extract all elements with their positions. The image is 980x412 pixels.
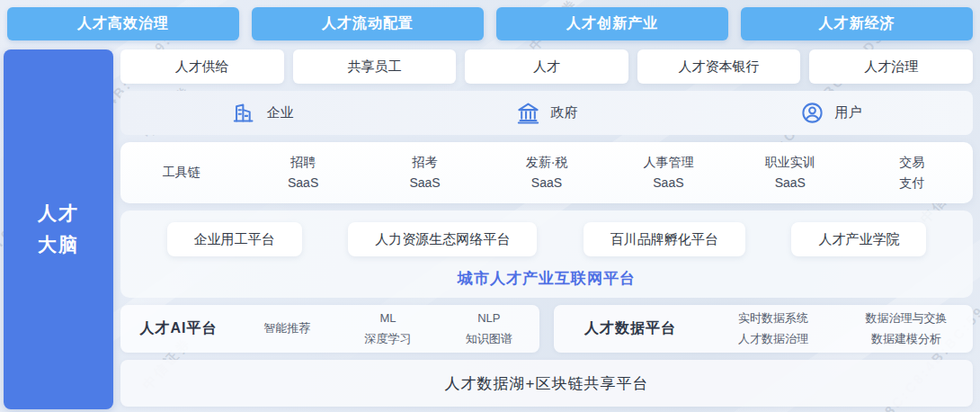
supply-row: 人才供给 共享员工 人才 人才资本银行 人才治理 — [120, 49, 973, 84]
platform-box-enterprise-employment: 企业用工平台 — [167, 222, 302, 256]
data-item-realtime: 实时数据系统 人才数据治理 — [707, 309, 840, 348]
toolchain-vocational-training-saas: 职业实训 SaaS — [729, 152, 851, 193]
supply-box-shared-staff: 共享员工 — [293, 49, 457, 84]
toolchain-item-line1: 招聘 — [242, 152, 363, 173]
city-platform-caption: 城市人才产业互联网平台 — [120, 268, 973, 289]
toolchain-item-line1: 人事管理 — [608, 152, 729, 173]
toolchain-item-line1: 发薪·税 — [486, 152, 607, 173]
user-icon — [800, 101, 824, 125]
tab-new-economy: 人才新经济 — [741, 7, 973, 40]
ai-platform-title: 人才AI平台 — [120, 319, 236, 338]
top-tab-row: 人才高效治理 人才流动配置 人才创新产业 人才新经济 — [7, 7, 973, 40]
toolchain-card: 工具链 招聘 SaaS 招考 SaaS 发薪·税 SaaS 人事管理 SaaS — [120, 142, 973, 203]
toolchain-item-line2: SaaS — [729, 173, 851, 193]
supply-box-talent: 人才 — [465, 49, 628, 84]
actor-label: 政府 — [551, 104, 578, 121]
data-platform-card: 人才数据平台 实时数据系统 人才数据治理 数据治理与交换 数据建模分析 — [554, 305, 973, 353]
sidebar-title-line1: 人才 — [38, 198, 79, 229]
data-item-governance-exchange: 数据治理与交换 数据建模分析 — [840, 309, 973, 348]
ai-item-ml: ML 深度学习 — [337, 309, 438, 348]
toolchain-item-line1: 交易 — [851, 152, 973, 173]
toolchain-exam-saas: 招考 SaaS — [364, 152, 486, 193]
ai-data-row: 人才AI平台 智能推荐 ML 深度学习 NLP 知识图谱 人才数据平台 实时数据… — [120, 305, 973, 353]
data-lake-blockchain-bar: 人才数据湖+区块链共享平台 — [120, 360, 973, 407]
ai-item-line2: 深度学习 — [337, 329, 438, 349]
toolchain-title: 工具链 — [120, 162, 242, 183]
actor-label: 企业 — [267, 104, 294, 121]
ai-item-nlp: NLP 知识图谱 — [439, 309, 539, 348]
supply-box-talent-supply: 人才供给 — [120, 49, 284, 84]
sidebar-title-line2: 大脑 — [38, 229, 79, 261]
toolchain-item-line1: 职业实训 — [729, 152, 851, 173]
toolchain-item-line2: SaaS — [608, 173, 729, 193]
talent-brain-sidebar: 人才 大脑 — [4, 49, 113, 409]
ai-item-line1: ML — [337, 309, 438, 328]
data-item-line1: 实时数据系统 — [707, 309, 840, 328]
toolchain-item-line2: SaaS — [364, 173, 486, 193]
actor-enterprise: 企业 — [120, 91, 405, 135]
data-item-line2: 人才数据治理 — [707, 329, 840, 349]
bank-icon — [516, 101, 540, 125]
platform-box-talent-industry-college: 人才产业学院 — [791, 222, 926, 256]
platform-box-hr-eco-network: 人力资源生态网络平台 — [348, 222, 537, 256]
platform-box-baichuan-brand-incubation: 百川品牌孵化平台 — [584, 222, 745, 256]
toolchain-payroll-tax-saas: 发薪·税 SaaS — [486, 152, 607, 193]
tab-innovation-industry: 人才创新产业 — [496, 7, 728, 40]
content-column: 人才供给 共享员工 人才 人才资本银行 人才治理 — [120, 49, 973, 409]
tab-flow-allocation: 人才流动配置 — [252, 7, 484, 40]
ai-platform-card: 人才AI平台 智能推荐 ML 深度学习 NLP 知识图谱 — [120, 305, 539, 353]
ai-item-line1: NLP — [439, 309, 539, 328]
ai-item-line2: 知识图谱 — [439, 329, 539, 349]
city-platform-section: 企业用工平台 人力资源生态网络平台 百川品牌孵化平台 人才产业学院 城市人才产业… — [120, 210, 973, 298]
data-platform-title: 人才数据平台 — [554, 319, 707, 338]
tab-efficient-governance: 人才高效治理 — [7, 7, 239, 40]
toolchain-item-line2: SaaS — [242, 173, 363, 193]
ai-item-smart-recommend: 智能推荐 — [236, 318, 337, 338]
actor-government: 政府 — [405, 91, 689, 135]
data-item-line1: 数据治理与交换 — [840, 309, 973, 328]
talent-platform-diagram: T013480 8C:C8:4B:BC:59:D3 中信证券 中信证券 8C:C… — [0, 0, 980, 412]
actor-user: 用户 — [689, 91, 973, 135]
supply-box-talent-governance: 人才治理 — [809, 49, 973, 84]
platform-row: 企业用工平台 人力资源生态网络平台 百川品牌孵化平台 人才产业学院 — [120, 210, 973, 256]
toolchain-hr-mgmt-saas: 人事管理 SaaS — [608, 152, 729, 193]
toolchain-item-line2: SaaS — [486, 173, 607, 193]
toolchain-item-line2: 支付 — [851, 173, 973, 193]
data-item-line2: 数据建模分析 — [840, 329, 973, 349]
supply-box-talent-capital-bank: 人才资本银行 — [637, 49, 801, 84]
building-icon — [232, 101, 256, 125]
toolchain-trade-payment: 交易 支付 — [851, 152, 973, 193]
actors-band: 企业 政府 — [120, 91, 973, 135]
toolchain-recruit-saas: 招聘 SaaS — [242, 152, 363, 193]
main-area: 人才 大脑 人才供给 共享员工 人才 人才资本银行 人才治理 — [4, 49, 973, 409]
actor-label: 用户 — [835, 104, 862, 121]
toolchain-item-line1: 招考 — [364, 152, 486, 173]
